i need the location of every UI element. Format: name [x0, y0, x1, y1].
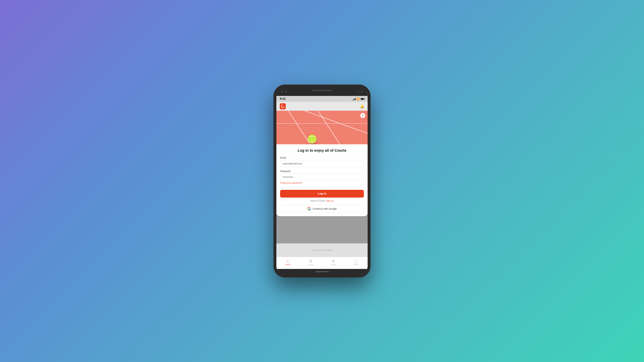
home-icon: ⌂: [287, 259, 289, 263]
tab-bar: ⌂ Home ⊞ Explore ⊕ Pairing ◯ Profile: [276, 257, 368, 269]
tab-explore-label: Explore: [308, 264, 314, 266]
court-svg: [276, 111, 368, 144]
google-signin-button[interactable]: Continue with Google: [280, 205, 364, 213]
app-logo-inner: [280, 104, 285, 108]
modal-title: Log in to enjoy all of Courte: [280, 148, 364, 153]
google-logo-icon: [307, 207, 311, 211]
signal-bar-4: [355, 98, 356, 100]
password-label: Password: [280, 170, 364, 172]
app-header: 🔔: [276, 102, 368, 111]
battery-icon: [360, 98, 364, 100]
pairing-icon: ⊕: [332, 259, 335, 263]
phone-top-bar: [276, 88, 368, 96]
home-indicator: [276, 269, 368, 275]
wifi-icon: 📶: [357, 98, 360, 100]
speaker-dot: [361, 91, 362, 93]
password-form-group: Password Forgot your password?: [280, 170, 364, 184]
notch-left: [282, 91, 287, 93]
app-logo: [280, 103, 286, 109]
signal-bar-2: [354, 99, 354, 100]
signal-icon: [353, 98, 356, 100]
signup-prompt-text: New to Courte?: [310, 200, 326, 202]
login-modal: × Log in to enjoy all of Courte Email Pa…: [276, 111, 368, 216]
notch-pill: [312, 90, 332, 91]
modal-hero-image: ×: [276, 111, 368, 144]
peek-text: 4 in use, 2 in line · 28min: [312, 249, 332, 251]
tab-pairing[interactable]: ⊕ Pairing: [322, 259, 345, 266]
signal-bar-3: [354, 98, 355, 100]
email-form-group: Email: [280, 156, 364, 167]
explore-icon: ⊞: [309, 259, 312, 263]
google-button-label: Continue with Google: [312, 207, 336, 210]
signup-prompt: New to Courte? Sign up: [280, 200, 364, 202]
tab-profile[interactable]: ◯ Profile: [345, 259, 368, 265]
camera-dot: [282, 91, 283, 93]
app-content: × Log in to enjoy all of Courte Email Pa…: [276, 111, 368, 257]
phone-device: 9:41 📶 🔔: [273, 85, 371, 278]
status-icons: 📶: [353, 98, 364, 100]
signup-link[interactable]: Sign up: [326, 200, 334, 202]
status-bar: 9:41 📶: [276, 96, 368, 102]
notch-right: [358, 91, 362, 93]
forgot-password-link[interactable]: Forgot your password?: [280, 182, 364, 184]
signal-bar-1: [353, 99, 353, 100]
password-input[interactable]: [280, 173, 364, 180]
battery-fill: [361, 98, 364, 100]
email-label: Email: [280, 156, 364, 159]
sensor-dot: [285, 91, 287, 93]
tab-profile-label: Profile: [354, 263, 359, 265]
profile-icon: ◯: [354, 259, 358, 263]
bell-icon[interactable]: 🔔: [360, 104, 364, 108]
front-camera-dot: [358, 91, 359, 93]
svg-point-6: [308, 134, 316, 143]
modal-overlay: × Log in to enjoy all of Courte Email Pa…: [276, 111, 368, 257]
email-input[interactable]: [280, 160, 364, 167]
phone-screen: 9:41 📶 🔔: [276, 88, 368, 275]
background-content-peek: 4 in use, 2 in line · 28min: [276, 243, 368, 257]
modal-body: Log in to enjoy all of Courte Email Pass…: [276, 144, 368, 216]
tab-home[interactable]: ⌂ Home: [276, 259, 299, 265]
tab-home-label: Home: [285, 263, 290, 265]
login-button[interactable]: Log in: [280, 190, 364, 198]
home-pill: [315, 271, 329, 272]
close-icon: ×: [362, 114, 364, 117]
status-time: 9:41: [280, 97, 286, 101]
tab-pairing-label: Pairing: [330, 264, 336, 266]
tab-explore[interactable]: ⊞ Explore: [299, 259, 322, 266]
close-button[interactable]: ×: [360, 113, 365, 118]
svg-rect-0: [276, 111, 368, 144]
